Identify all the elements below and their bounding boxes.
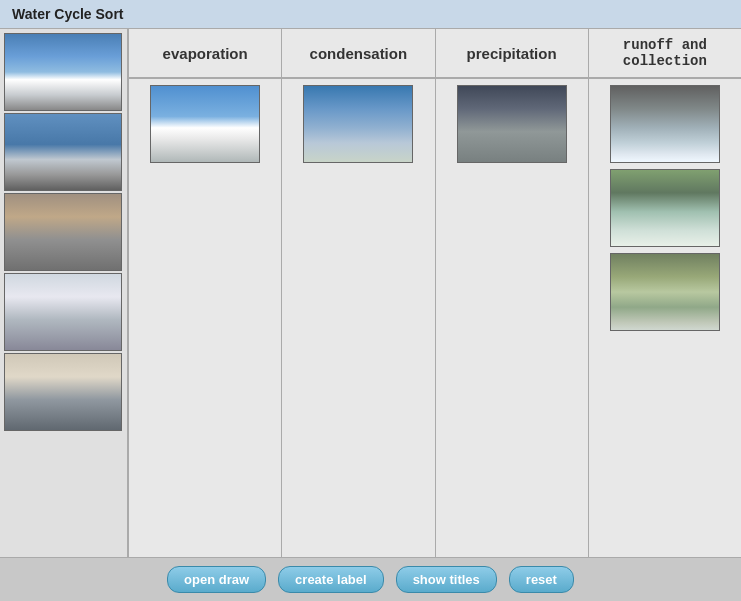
- drop-area-precipitation[interactable]: [436, 79, 588, 557]
- footer: open draw create label show titles reset: [0, 557, 741, 601]
- main-area: evaporation condensation precipitation: [0, 29, 741, 557]
- placed-image-ev1[interactable]: [150, 85, 260, 163]
- reset-button[interactable]: reset: [509, 566, 574, 593]
- show-titles-button[interactable]: show titles: [396, 566, 497, 593]
- category-header-precipitation: precipitation: [436, 29, 588, 79]
- source-image-src1[interactable]: [4, 33, 122, 111]
- category-header-condensation: condensation: [282, 29, 434, 79]
- category-evaporation: evaporation: [128, 29, 281, 557]
- category-condensation: condensation: [281, 29, 434, 557]
- title-bar: Water Cycle Sort: [0, 0, 741, 29]
- open-draw-button[interactable]: open draw: [167, 566, 266, 593]
- source-panel: [0, 29, 128, 557]
- source-image-src3[interactable]: [4, 193, 122, 271]
- category-runoff: runoff and collection: [588, 29, 741, 557]
- placed-image-ru1[interactable]: [610, 85, 720, 163]
- create-label-button[interactable]: create label: [278, 566, 384, 593]
- drop-area-condensation[interactable]: [282, 79, 434, 557]
- category-header-runoff: runoff and collection: [589, 29, 741, 79]
- categories-panel: evaporation condensation precipitation: [128, 29, 741, 557]
- category-header-evaporation: evaporation: [129, 29, 281, 79]
- drop-area-evaporation[interactable]: [129, 79, 281, 557]
- placed-image-ru3[interactable]: [610, 253, 720, 331]
- source-image-src5[interactable]: [4, 353, 122, 431]
- category-precipitation: precipitation: [435, 29, 588, 557]
- drop-area-runoff[interactable]: [589, 79, 741, 557]
- source-image-src2[interactable]: [4, 113, 122, 191]
- app-title: Water Cycle Sort: [12, 6, 124, 22]
- placed-image-pr1[interactable]: [457, 85, 567, 163]
- placed-image-ru2[interactable]: [610, 169, 720, 247]
- placed-image-co1[interactable]: [303, 85, 413, 163]
- app: Water Cycle Sort evaporation condensatio…: [0, 0, 741, 601]
- source-image-src4[interactable]: [4, 273, 122, 351]
